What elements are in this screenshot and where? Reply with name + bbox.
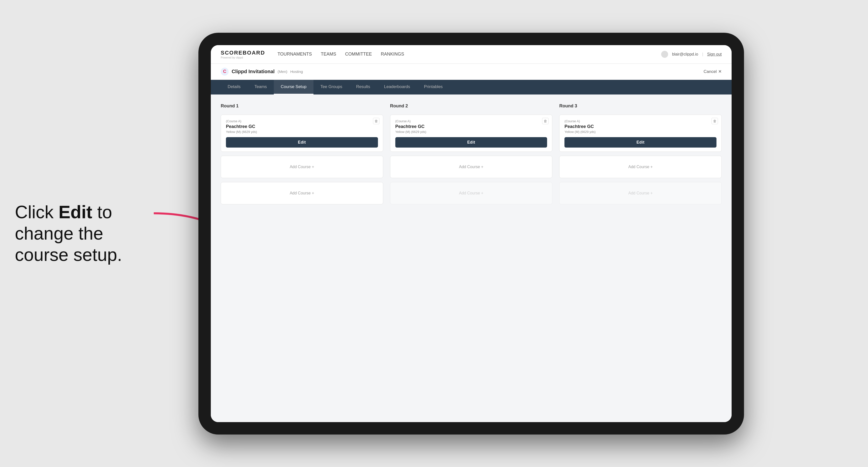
tab-tee-groups[interactable]: Tee Groups [313,80,349,94]
round-3-edit-button[interactable]: Edit [564,137,716,148]
round-1-course-details: Yellow (M) (6629 yds) [226,130,378,134]
nav-rankings[interactable]: RANKINGS [381,52,404,57]
tab-leaderboards[interactable]: Leaderboards [377,80,417,94]
round-1-add-course-2[interactable]: Add Course + [221,182,383,205]
main-content: Round 1 🗑 (Course A) Peachtree GC Yellow… [211,94,732,422]
tournament-name: Clippd Invitational [231,69,275,74]
tab-results[interactable]: Results [349,80,377,94]
round-1-delete-button[interactable]: 🗑 [373,118,379,124]
round-1-course-card: 🗑 (Course A) Peachtree GC Yellow (M) (66… [221,115,383,152]
round-1-course-name: Peachtree GC [226,124,378,129]
round-1-add-course-1-label: Add Course + [290,165,314,169]
user-email: blair@clippd.io [672,52,698,57]
round-2-add-course-1-label: Add Course + [459,165,483,169]
round-2-course-card: 🗑 (Course A) Peachtree GC Yellow (M) (66… [390,115,553,152]
scoreboard-logo: SCOREBOARD Powered by clippd [221,50,265,59]
tab-details[interactable]: Details [221,80,248,94]
round-3-add-course-2: Add Course + [559,182,722,205]
nav-tournaments[interactable]: TOURNAMENTS [278,52,312,57]
tablet: SCOREBOARD Powered by clippd TOURNAMENTS… [198,33,744,435]
round-1-add-course-1[interactable]: Add Course + [221,156,383,178]
nav-committee[interactable]: COMMITTEE [345,52,372,57]
round-3-add-course-1-label: Add Course + [628,165,653,169]
round-3-column: Round 3 🗑 (Course A) Peachtree GC Yellow… [559,103,722,205]
round-1-edit-button[interactable]: Edit [226,137,378,148]
round-2-column: Round 2 🗑 (Course A) Peachtree GC Yellow… [390,103,553,205]
clippd-logo: C [221,68,229,75]
tab-bar: Details Teams Course Setup Tee Groups Re… [211,80,732,94]
avatar [661,51,668,58]
round-1-title: Round 1 [221,103,383,108]
tablet-screen: SCOREBOARD Powered by clippd TOURNAMENTS… [211,45,732,422]
nav-links: TOURNAMENTS TEAMS COMMITTEE RANKINGS [278,52,404,57]
round-3-delete-button[interactable]: 🗑 [712,118,718,124]
tab-printables[interactable]: Printables [417,80,450,94]
scoreboard-title: SCOREBOARD [221,50,265,56]
round-2-course-label: (Course A) [395,119,547,123]
round-2-title: Round 2 [390,103,553,108]
round-1-column: Round 1 🗑 (Course A) Peachtree GC Yellow… [221,103,383,205]
instruction-text: Click Edit tochange thecourse setup. [15,201,122,266]
round-1-course-label: (Course A) [226,119,378,123]
nav-teams[interactable]: TEAMS [321,52,336,57]
tournament-gender: (Men) [278,69,287,74]
round-2-add-course-2: Add Course + [390,182,553,205]
cancel-button[interactable]: Cancel ✕ [704,69,722,74]
round-3-course-name: Peachtree GC [564,124,716,129]
round-2-add-course-1[interactable]: Add Course + [390,156,553,178]
round-3-add-course-1[interactable]: Add Course + [559,156,722,178]
round-3-course-details: Yellow (M) (6629 yds) [564,130,716,134]
round-2-course-details: Yellow (M) (6629 yds) [395,130,547,134]
round-2-edit-button[interactable]: Edit [395,137,547,148]
tab-course-setup[interactable]: Course Setup [274,80,313,94]
tournament-status: Hosting [290,69,303,74]
tournament-bar: C Clippd Invitational (Men) Hosting Canc… [211,64,732,80]
round-2-add-course-2-label: Add Course + [459,191,483,195]
round-2-delete-button[interactable]: 🗑 [542,118,549,124]
round-3-course-card: 🗑 (Course A) Peachtree GC Yellow (M) (66… [559,115,722,152]
round-3-add-course-2-label: Add Course + [628,191,653,195]
round-2-course-name: Peachtree GC [395,124,547,129]
round-3-title: Round 3 [559,103,722,108]
rounds-grid: Round 1 🗑 (Course A) Peachtree GC Yellow… [221,103,722,205]
round-1-add-course-2-label: Add Course + [290,191,314,195]
tournament-name-row: C Clippd Invitational (Men) Hosting [221,68,303,75]
nav-right: blair@clippd.io | Sign out [661,51,722,58]
nav-left: SCOREBOARD Powered by clippd TOURNAMENTS… [221,50,404,59]
scoreboard-sub: Powered by clippd [221,56,265,59]
sign-out-link[interactable]: Sign out [707,52,722,57]
top-nav: SCOREBOARD Powered by clippd TOURNAMENTS… [211,45,732,64]
tab-teams[interactable]: Teams [248,80,274,94]
round-3-course-label: (Course A) [564,119,716,123]
pipe: | [702,52,703,57]
